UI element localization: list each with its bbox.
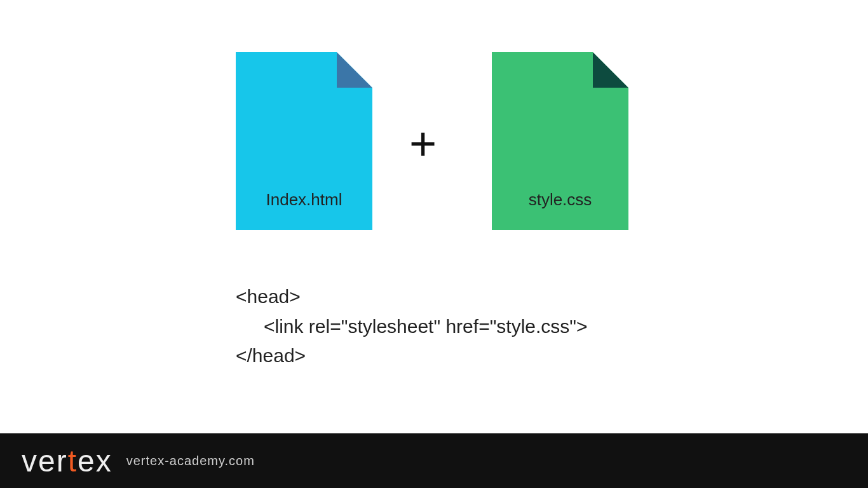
file-label-css: style.css <box>492 190 628 210</box>
logo-letter: r <box>57 444 68 478</box>
code-line-3: </head> <box>236 341 588 371</box>
code-snippet: <head> <link rel="stylesheet" href="styl… <box>236 282 588 371</box>
plus-symbol: + <box>409 121 437 168</box>
footer-url: vertex-academy.com <box>126 454 255 468</box>
file-label-html: Index.html <box>236 190 372 210</box>
file-fold <box>593 52 628 88</box>
code-line-1: <head> <box>236 282 588 312</box>
file-icon-html: Index.html <box>236 52 372 230</box>
file-fold <box>337 52 372 88</box>
diagram-canvas: Index.html + style.css <head> <link rel=… <box>0 0 868 488</box>
vertex-logo: vertex <box>22 444 112 478</box>
logo-letter: e <box>38 444 57 478</box>
logo-letter-accent: t <box>68 444 78 478</box>
file-icon-css: style.css <box>492 52 628 230</box>
logo-letter: v <box>22 444 38 478</box>
logo-letter: e <box>78 444 96 478</box>
code-line-2: <link rel="stylesheet" href="style.css"> <box>236 312 588 342</box>
footer-bar: vertex vertex-academy.com <box>0 433 868 488</box>
logo-letter: x <box>96 444 112 478</box>
